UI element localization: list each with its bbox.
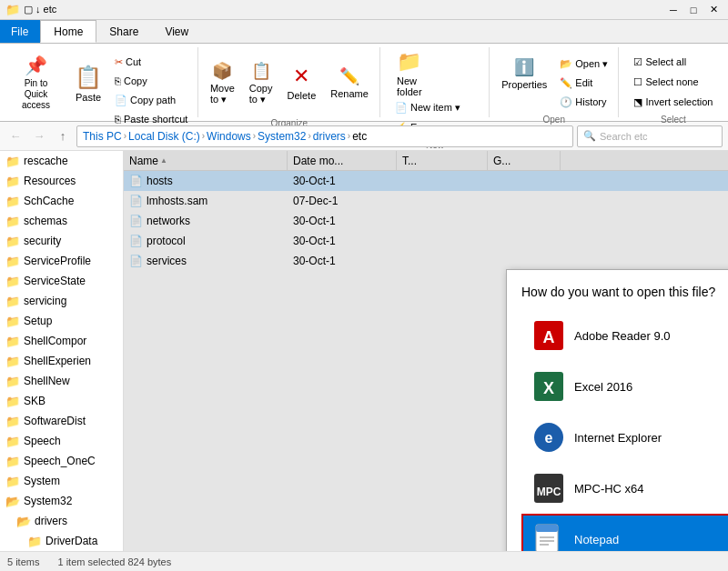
sidebar-item-label: Setup	[24, 315, 52, 327]
invert-selection-button[interactable]: ⬔ Invert selection	[629, 93, 717, 111]
cut-button[interactable]: ✂ Cut	[110, 53, 192, 71]
tab-share[interactable]: Share	[96, 20, 152, 43]
paste-button[interactable]: 📋 Paste	[68, 53, 108, 115]
sidebar-item-drivers[interactable]: 📂 drivers	[0, 511, 123, 531]
select-none-label: Select none	[645, 76, 698, 87]
sidebar-item-label: ShellExperien	[24, 355, 91, 367]
select-all-label: Select all	[645, 56, 686, 67]
sidebar-item-speech[interactable]: 📁 Speech	[0, 431, 123, 451]
ribbon-content: 📌 Pin to Quickaccess 📋 Paste ✂ Cut ⎘ Cop…	[0, 44, 728, 122]
list-item-excel[interactable]: X Excel 2016	[521, 361, 728, 412]
sidebar-item-label: SchCache	[24, 195, 74, 207]
copy-to-button[interactable]: 📋 Copyto ▾	[243, 51, 279, 115]
sidebar-item-serviceprofile[interactable]: 📁 ServiceProfile	[0, 251, 123, 271]
new-folder-button[interactable]: 📁 Newfolder	[390, 51, 429, 96]
copy-path-button[interactable]: 📄 Copy path	[110, 91, 192, 109]
list-item-acrobat[interactable]: A Adobe Reader 9.0	[521, 310, 728, 361]
svg-text:X: X	[543, 379, 554, 397]
item-count: 5 items	[7, 556, 39, 567]
sidebar-item-label: SoftwareDist	[24, 415, 86, 427]
app-label: Excel 2016	[574, 380, 632, 394]
sidebar-item-shellcompor[interactable]: 📁 ShellCompor	[0, 331, 123, 351]
svg-text:A: A	[543, 328, 555, 346]
history-button[interactable]: 🕐 History	[555, 93, 612, 111]
selection-info: 1 item selected 824 bytes	[57, 556, 171, 567]
copy-label: Copy	[124, 75, 147, 86]
sidebar-item-speechonec[interactable]: 📁 Speech_OneC	[0, 451, 123, 471]
folder-icon: 📁	[5, 375, 20, 388]
sidebar-item-security[interactable]: 📁 security	[0, 231, 123, 251]
copy-button[interactable]: ⎘ Copy	[110, 72, 192, 90]
folder-icon: 📁	[5, 455, 20, 468]
sidebar-item-shellnew[interactable]: 📁 ShellNew	[0, 371, 123, 391]
app-label: Internet Explorer	[574, 431, 662, 445]
edit-label: Edit	[575, 77, 592, 88]
ribbon-group-new: 📁 Newfolder 📄 New item ▾ ⚡ Easy access ▾…	[380, 47, 490, 117]
sidebar-item-servicing[interactable]: 📁 servicing	[0, 291, 123, 311]
properties-button[interactable]: ℹ️ Properties	[495, 51, 553, 96]
tab-home[interactable]: Home	[40, 20, 96, 43]
select-label: Select	[661, 113, 686, 125]
sidebar-item-driverdata[interactable]: 📁 DriverData	[0, 531, 123, 551]
sidebar-item-skb[interactable]: 📁 SKB	[0, 391, 123, 411]
folder-icon: 📁	[5, 335, 20, 348]
sidebar-item-label: DriverData	[46, 535, 97, 547]
sidebar-item-schcache[interactable]: 📁 SchCache	[0, 191, 123, 211]
folder-icon: 📁	[5, 275, 20, 288]
excel-icon: X	[532, 370, 565, 403]
sidebar-item-resources[interactable]: 📁 Resources	[0, 171, 123, 191]
list-item-mpc[interactable]: MPC MPC-HC x64	[521, 463, 728, 514]
app-label: Adobe Reader 9.0	[574, 329, 671, 343]
sidebar-item-label: ShellNew	[24, 375, 70, 387]
back-button[interactable]: ←	[5, 126, 25, 146]
app-label: Notepad	[574, 533, 619, 546]
sidebar: 📁 rescache 📁 Resources 📁 SchCache 📁 sche…	[0, 151, 124, 551]
sidebar-item-label: SKB	[24, 395, 46, 407]
minimize-button[interactable]: ─	[664, 3, 682, 17]
sidebar-item-softwaredist[interactable]: 📁 SoftwareDist	[0, 411, 123, 431]
select-all-button[interactable]: ☑ Select all	[629, 53, 691, 71]
close-button[interactable]: ✕	[704, 3, 723, 17]
sidebar-item-schemas[interactable]: 📁 schemas	[0, 211, 123, 231]
ribbon-group-organize: 📦 Moveto ▾ 📋 Copyto ▾ ✕ Delete ✏️ Rename…	[198, 47, 380, 117]
address-bar[interactable]: This PC › Local Disk (C:) › Windows › Sy…	[76, 125, 573, 147]
folder-icon: 📁	[5, 355, 20, 368]
folder-icon: 📁	[5, 475, 20, 488]
svg-text:MPC: MPC	[537, 486, 561, 498]
folder-icon: 📁	[5, 175, 20, 188]
sidebar-item-system32[interactable]: 📂 System32	[0, 491, 123, 511]
folder-open-icon: 📂	[16, 515, 31, 528]
edit-button[interactable]: ✏️ Edit	[555, 74, 612, 92]
dialog-overlay: How do you want to open this file? A Ado…	[124, 151, 728, 551]
sidebar-item-label: schemas	[24, 215, 67, 227]
ie-icon: e	[532, 421, 565, 454]
select-none-button[interactable]: ☐ Select none	[629, 73, 703, 91]
open-button[interactable]: 📂 Open ▾	[555, 55, 612, 73]
sidebar-item-label: System	[24, 475, 60, 487]
sidebar-item-system[interactable]: 📁 System	[0, 471, 123, 491]
new-item-label: New item ▾	[410, 102, 460, 114]
rename-button[interactable]: ✏️ Rename	[324, 51, 375, 115]
sidebar-item-shellexperien[interactable]: 📁 ShellExperien	[0, 351, 123, 371]
new-item-button[interactable]: 📄 New item ▾	[390, 98, 465, 116]
svg-rect-9	[536, 525, 558, 532]
search-bar[interactable]: 🔍 Search etc	[577, 125, 723, 147]
sidebar-item-servicestate[interactable]: 📁 ServiceState	[0, 271, 123, 291]
list-item-ie[interactable]: e Internet Explorer	[521, 412, 728, 463]
up-button[interactable]: ↑	[53, 126, 73, 146]
open-label: Open ▾	[575, 58, 608, 70]
sidebar-item-rescache[interactable]: 📁 rescache	[0, 151, 123, 171]
tab-view[interactable]: View	[152, 20, 202, 43]
tab-file[interactable]: File	[0, 20, 40, 43]
delete-button[interactable]: ✕ Delete	[281, 51, 323, 115]
open-with-dialog: How do you want to open this file? A Ado…	[506, 269, 728, 551]
move-to-button[interactable]: 📦 Moveto ▾	[204, 51, 241, 115]
pin-to-quick-button[interactable]: 📌 Pin to Quickaccess	[5, 51, 66, 115]
sidebar-item-setup[interactable]: 📁 Setup	[0, 311, 123, 331]
maximize-button[interactable]: □	[684, 3, 703, 17]
sidebar-item-label: Speech	[24, 435, 61, 447]
list-item-notepad[interactable]: Notepad	[521, 514, 728, 551]
forward-button[interactable]: →	[29, 126, 49, 146]
title-bar: 📁 ▢ ↓ etc ─ □ ✕	[0, 0, 728, 20]
sidebar-item-label: drivers	[35, 515, 67, 527]
